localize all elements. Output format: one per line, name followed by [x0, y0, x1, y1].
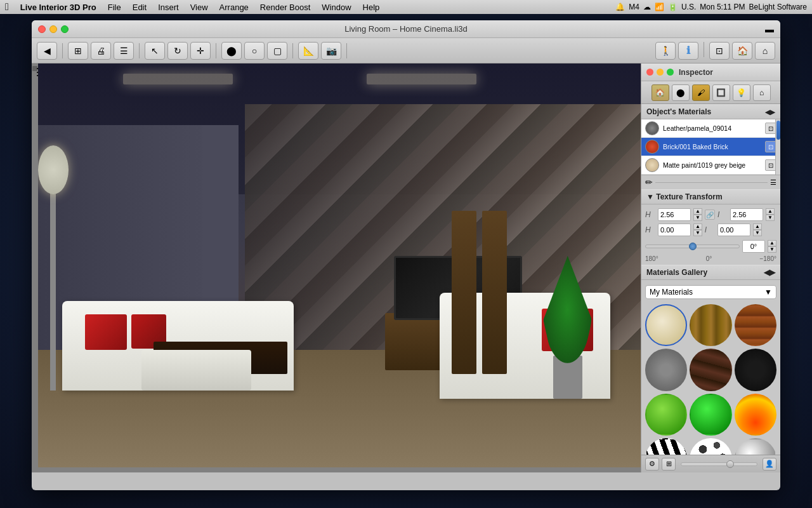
apple-menu[interactable]: 	[5, 1, 9, 13]
select-tool[interactable]: ↖	[145, 42, 165, 60]
menu-app[interactable]: Live Interior 3D Pro	[15, 0, 102, 14]
menu-render[interactable]: Render Boost	[255, 0, 316, 14]
top-view[interactable]: ⊡	[709, 42, 730, 60]
viewport[interactable]: ⋮	[32, 64, 641, 472]
tab-light[interactable]: 💡	[733, 84, 750, 101]
rotation-value[interactable]: 0°	[742, 240, 765, 253]
gallery-item-green1[interactable]	[645, 394, 687, 436]
tab-home[interactable]: ⌂	[753, 84, 771, 101]
measure-tool[interactable]: 📐	[298, 42, 318, 60]
menu-file[interactable]: File	[103, 0, 126, 14]
h2-label: H	[645, 225, 655, 234]
gallery-item-darkwood[interactable]	[690, 349, 731, 391]
render-btn[interactable]: 🖨	[91, 42, 111, 60]
inspector-close[interactable]	[646, 69, 653, 76]
window-titlebar: Living Room – Home Cinema.li3d ▬	[32, 20, 780, 38]
tab-paint[interactable]: 🖌	[692, 84, 710, 101]
material-item-1[interactable]: Leather/pamela_09014 ⊡	[641, 119, 780, 138]
inspector-titlebar: Inspector	[641, 64, 780, 81]
camera-tool[interactable]: 📷	[321, 42, 341, 60]
rotation-up[interactable]: ▲	[768, 240, 776, 246]
rotation-thumb[interactable]	[689, 243, 697, 250]
main-window: Living Room – Home Cinema.li3d ▬ ◀ ⊞ 🖨 ☰…	[32, 20, 780, 490]
gallery-item-concrete[interactable]	[645, 349, 687, 391]
maximize-button[interactable]	[61, 25, 69, 33]
x-scale-input[interactable]: 2.56	[658, 208, 691, 221]
x-offset-input[interactable]: 0.00	[658, 224, 691, 236]
x-offset-stepper[interactable]: ▲ ▼	[693, 224, 702, 236]
x-scale-row: H 2.56 ▲ ▼ 🔗 I 2.56 ▲ ▼	[641, 207, 780, 222]
rotation-labels: 180° 0° −180°	[641, 255, 780, 262]
grid-btn[interactable]: ⊞	[662, 458, 676, 471]
gallery-item-wood1[interactable]	[690, 304, 731, 346]
home-view[interactable]: ⌂	[755, 42, 775, 60]
tab-object[interactable]: ⬤	[672, 84, 690, 101]
gallery-dropdown[interactable]: My Materials ▼	[645, 285, 776, 299]
rotation-stepper[interactable]: ▲ ▼	[768, 240, 776, 253]
person-btn[interactable]: 👤	[763, 458, 776, 471]
y-scale-up[interactable]: ▲	[766, 208, 775, 215]
menu-edit[interactable]: Edit	[128, 0, 152, 14]
sphere-tool[interactable]: ⬤	[221, 42, 242, 60]
y-scale-stepper[interactable]: ▲ ▼	[766, 208, 775, 221]
gallery-item-green2[interactable]	[690, 394, 731, 436]
settings-btn[interactable]: ⚙	[645, 458, 659, 471]
x-offset-up[interactable]: ▲	[693, 224, 702, 230]
close-button[interactable]	[38, 25, 46, 33]
pencil-separator	[655, 182, 768, 183]
gallery-grid	[641, 302, 780, 455]
move-tool[interactable]: ✛	[190, 42, 211, 60]
materials-scrollbar[interactable]	[775, 119, 780, 175]
rotation-down[interactable]: ▼	[768, 246, 776, 253]
gallery-item-fire[interactable]	[735, 394, 776, 436]
pencil-icon[interactable]: ✏	[645, 177, 653, 187]
y-offset-stepper[interactable]: ▲ ▼	[753, 224, 762, 236]
menu-insert[interactable]: Insert	[153, 0, 184, 14]
menu-window[interactable]: Window	[317, 0, 356, 14]
rotate-tool[interactable]: ↻	[167, 42, 188, 60]
circle-tool[interactable]: ○	[244, 42, 265, 60]
inspector-minimize[interactable]	[657, 69, 664, 76]
inspector-panel: Inspector 🏠 ⬤ 🖌 🔲 💡 ⌂ Object's Materials…	[641, 64, 780, 472]
y-scale-input[interactable]: 2.56	[730, 208, 763, 221]
material-item-3[interactable]: Matte paint/1019 grey beige ⊡	[641, 156, 780, 175]
x-offset-down[interactable]: ▼	[693, 230, 702, 236]
perspective-view[interactable]: 🏠	[732, 42, 752, 60]
floor-plan-btn[interactable]: ⊞	[68, 42, 88, 60]
y-offset-down[interactable]: ▼	[753, 230, 762, 236]
menu-arrange[interactable]: Arrange	[214, 0, 254, 14]
y-offset-up[interactable]: ▲	[753, 224, 762, 230]
minimize-button[interactable]	[49, 25, 57, 33]
scale-link[interactable]: 🔗	[705, 210, 715, 220]
x-scale-up[interactable]: ▲	[693, 208, 702, 215]
material-item-2[interactable]: Brick/001 Baked Brick ⊡	[641, 138, 780, 156]
menu-view[interactable]: View	[185, 0, 213, 14]
viewport-scrollbar[interactable]	[32, 467, 641, 472]
back-button[interactable]: ◀	[37, 42, 57, 60]
x-scale-down[interactable]: ▼	[693, 215, 702, 221]
rotation-slider[interactable]	[645, 244, 740, 248]
inspector-maximize[interactable]	[667, 69, 674, 76]
materials-scrollbar-thumb[interactable]	[776, 121, 780, 140]
y-scale-down[interactable]: ▼	[766, 215, 775, 221]
rect-tool[interactable]: ▢	[267, 42, 287, 60]
gallery-item-silver[interactable]	[735, 438, 776, 455]
menu-help[interactable]: Help	[358, 0, 385, 14]
x-scale-stepper[interactable]: ▲ ▼	[693, 208, 702, 221]
zoom-thumb[interactable]	[726, 460, 734, 468]
y-offset-input[interactable]: 0.00	[717, 224, 750, 236]
view3d-btn[interactable]: ☰	[114, 42, 134, 60]
texture-section: H 2.56 ▲ ▼ 🔗 I 2.56 ▲ ▼	[641, 204, 780, 265]
gallery-item-cream[interactable]	[645, 304, 687, 346]
material-thumb-3	[645, 158, 659, 172]
tab-texture[interactable]: 🔲	[712, 84, 730, 101]
gallery-item-spots[interactable]	[690, 438, 731, 455]
gallery-item-brick[interactable]	[735, 304, 776, 346]
gallery-item-dark[interactable]	[735, 349, 776, 391]
walk-mode[interactable]: 🚶	[655, 42, 676, 60]
tab-materials[interactable]: 🏠	[652, 84, 669, 101]
pencil-row: ✏ ☰	[641, 175, 780, 189]
zoom-slider[interactable]	[681, 462, 757, 466]
info-btn[interactable]: ℹ	[678, 42, 698, 60]
gallery-item-zebra[interactable]	[645, 438, 687, 455]
